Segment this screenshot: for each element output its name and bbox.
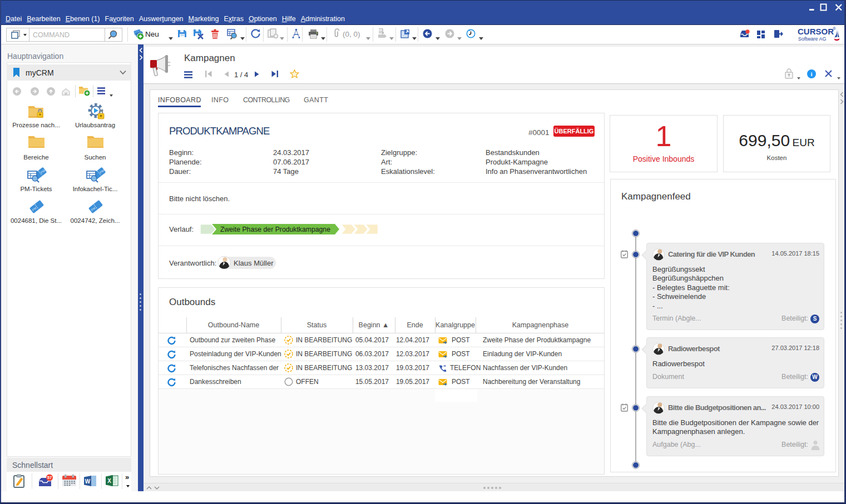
- svg-text:X: X: [107, 478, 111, 484]
- svg-text:57: 57: [47, 475, 52, 480]
- svg-text:Zweite Phase der Produktkampag: Zweite Phase der Produktkampagne: [220, 225, 330, 233]
- svg-text:W: W: [85, 478, 91, 485]
